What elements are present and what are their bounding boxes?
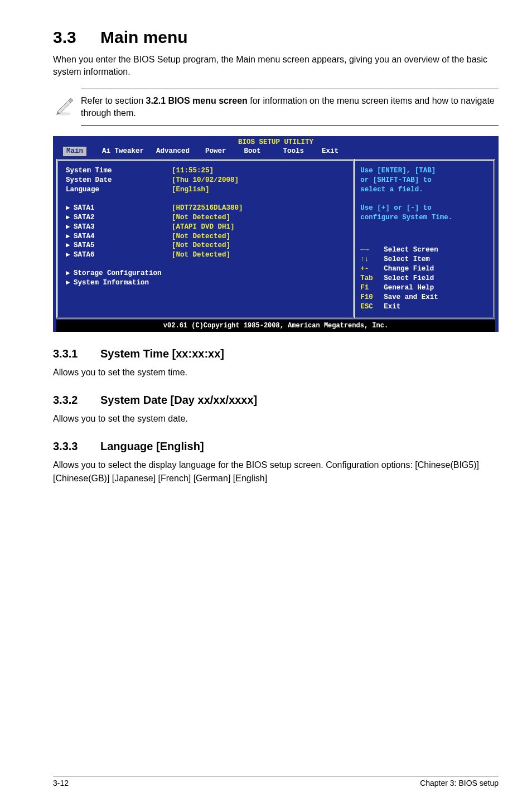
bios-key-desc: Select Field bbox=[384, 274, 434, 283]
bios-key-desc: Select Screen bbox=[384, 245, 438, 255]
subsection-title: Language [English] bbox=[100, 440, 204, 452]
bios-value: [English] bbox=[172, 185, 210, 195]
triangle-right-icon: ▶ bbox=[66, 250, 74, 260]
bios-tab-main: Main bbox=[63, 147, 86, 156]
note-bold: 3.2.1 BIOS menu screen bbox=[146, 96, 248, 105]
bios-help-line: or [SHIFT-TAB] to bbox=[360, 176, 488, 185]
bios-key-desc: Save and Exit bbox=[384, 293, 438, 302]
bios-key-desc: Exit bbox=[384, 302, 400, 312]
bios-key: ESC bbox=[360, 302, 384, 312]
bios-row-sata6: ▶SATA6 [Not Detected] bbox=[66, 250, 345, 260]
bios-row-systemtime: System Time [11:55:25] bbox=[66, 166, 345, 176]
subsection-heading-333: 3.3.3Language [English] bbox=[53, 440, 499, 453]
subsection-number: 3.3.2 bbox=[53, 394, 100, 407]
subsection-heading-331: 3.3.1System Time [xx:xx:xx] bbox=[53, 347, 499, 360]
triangle-right-icon: ▶ bbox=[66, 223, 74, 232]
bios-key-desc: General Help bbox=[384, 283, 434, 293]
triangle-right-icon: ▶ bbox=[66, 269, 74, 278]
bios-key: F10 bbox=[360, 293, 384, 302]
bios-value: [ATAPI DVD DH1] bbox=[172, 223, 235, 232]
bios-key-desc: Change Field bbox=[384, 264, 434, 274]
note-text: Refer to section 3.2.1 BIOS menu screen … bbox=[81, 95, 499, 120]
bios-value: [HDT722516DLA380] bbox=[172, 204, 243, 213]
bios-copyright-footer: v02.61 (C)Copyright 1985-2008, American … bbox=[56, 320, 495, 331]
bios-row-systemdate: System Date [Thu 10/02/2008] bbox=[66, 176, 345, 185]
subsection-number: 3.3.3 bbox=[53, 440, 100, 453]
triangle-right-icon: ▶ bbox=[66, 241, 74, 250]
bios-help-line: configure System Time. bbox=[360, 213, 488, 223]
bios-main-panel: System Time [11:55:25] System Date [Thu … bbox=[56, 159, 355, 318]
bios-key: Tab bbox=[360, 274, 384, 283]
bios-row-storageconfig: ▶Storage Configuration bbox=[66, 269, 345, 278]
bios-row-sata1: ▶SATA1 [HDT722516DLA380] bbox=[66, 204, 345, 213]
subsection-body: Allows you to select the display languag… bbox=[53, 458, 499, 485]
bios-row-sata3: ▶SATA3 [ATAPI DVD DH1] bbox=[66, 223, 345, 232]
bios-value: [Thu 10/02/2008] bbox=[172, 176, 239, 185]
bios-tab-power: Power bbox=[205, 147, 226, 156]
bios-label: SATA5 bbox=[74, 241, 95, 249]
bios-label: SATA3 bbox=[74, 223, 95, 231]
subsection-number: 3.3.1 bbox=[53, 347, 100, 360]
bios-label: System Information bbox=[74, 279, 149, 287]
bios-label: Storage Configuration bbox=[74, 269, 162, 277]
bios-help-line: select a field. bbox=[360, 185, 488, 195]
triangle-right-icon: ▶ bbox=[66, 232, 74, 241]
arrows-ud-icon: ↑↓ bbox=[360, 255, 369, 263]
triangle-right-icon: ▶ bbox=[66, 204, 74, 213]
arrows-lr-icon: ←→ bbox=[360, 246, 369, 254]
section-heading: 3.3Main menu bbox=[53, 28, 499, 47]
note-box: Refer to section 3.2.1 BIOS menu screen … bbox=[81, 89, 499, 126]
bios-value: [Not Detected] bbox=[172, 241, 230, 250]
section-title: Main menu bbox=[100, 28, 188, 46]
pencil-icon bbox=[53, 95, 81, 119]
bios-title: BIOS SETUP UTILITY bbox=[53, 136, 499, 147]
bios-tab-advanced: Advanced bbox=[156, 147, 190, 156]
bios-value: [Not Detected] bbox=[172, 250, 230, 260]
bios-value: [11:55:25] bbox=[172, 166, 214, 176]
bios-screenshot: BIOS SETUP UTILITY Main Ai Tweaker Advan… bbox=[53, 136, 499, 332]
bios-help-panel: Use [ENTER], [TAB] or [SHIFT-TAB] to sel… bbox=[355, 159, 495, 318]
bios-tab-boot: Boot bbox=[244, 147, 261, 156]
bios-row-sata5: ▶SATA5 [Not Detected] bbox=[66, 241, 345, 250]
page-number: 3-12 bbox=[53, 779, 69, 787]
subsection-heading-332: 3.3.2System Date [Day xx/xx/xxxx] bbox=[53, 394, 499, 407]
bios-help-line: Use [+] or [-] to bbox=[360, 204, 488, 213]
bios-tab-tools: Tools bbox=[283, 147, 304, 156]
bios-label: SATA1 bbox=[74, 204, 95, 212]
bios-key: F1 bbox=[360, 283, 384, 293]
intro-paragraph: When you enter the BIOS Setup program, t… bbox=[53, 54, 499, 79]
subsection-body: Allows you to set the system time. bbox=[53, 366, 499, 379]
bios-value: [Not Detected] bbox=[172, 232, 230, 241]
bios-key-legend: ←→ Select Screen ↑↓ Select Item +- Chang… bbox=[360, 245, 488, 311]
triangle-right-icon: ▶ bbox=[66, 278, 74, 288]
section-number: 3.3 bbox=[53, 28, 100, 47]
bios-label: System Time bbox=[66, 167, 112, 175]
bios-row-sata2: ▶SATA2 [Not Detected] bbox=[66, 213, 345, 223]
bios-help-line: Use [ENTER], [TAB] bbox=[360, 166, 488, 176]
bios-label: SATA4 bbox=[74, 233, 95, 240]
bios-value: [Not Detected] bbox=[172, 213, 230, 223]
subsection-title: System Time [xx:xx:xx] bbox=[100, 347, 224, 360]
bios-row-systeminfo: ▶System Information bbox=[66, 278, 345, 288]
bios-row-language: Language [English] bbox=[66, 185, 345, 195]
bios-row-sata4: ▶SATA4 [Not Detected] bbox=[66, 232, 345, 241]
bios-label: Language bbox=[66, 186, 99, 194]
subsection-body: Allows you to set the system date. bbox=[53, 412, 499, 426]
triangle-right-icon: ▶ bbox=[66, 213, 74, 223]
note-prefix: Refer to section bbox=[81, 96, 146, 105]
bios-tab-exit: Exit bbox=[322, 147, 338, 156]
bios-label: System Date bbox=[66, 176, 112, 184]
bios-key: +- bbox=[360, 264, 384, 274]
subsection-title: System Date [Day xx/xx/xxxx] bbox=[100, 394, 257, 406]
bios-label: SATA6 bbox=[74, 251, 95, 259]
bios-label: SATA2 bbox=[74, 214, 95, 221]
bios-tab-aitweaker: Ai Tweaker bbox=[102, 147, 144, 156]
chapter-label: Chapter 3: BIOS setup bbox=[420, 779, 499, 787]
bios-key-desc: Select Item bbox=[384, 255, 430, 264]
page-footer: 3-12 Chapter 3: BIOS setup bbox=[53, 776, 499, 787]
bios-tab-row: Main Ai Tweaker Advanced Power Boot Tool… bbox=[53, 147, 499, 159]
